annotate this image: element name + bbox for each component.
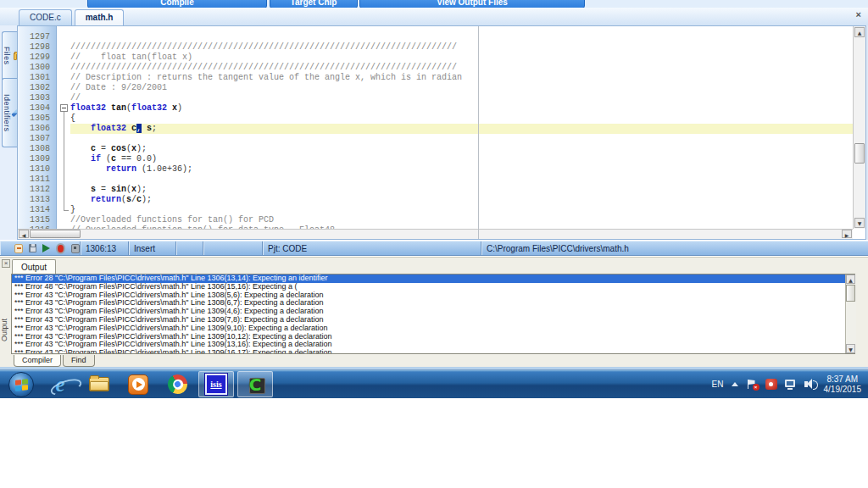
code-token: if [91,154,101,164]
taskbar-item-media-player[interactable] [120,371,156,397]
code-token: float32 [91,124,126,133]
code-token: (1.0e+36); [136,164,192,174]
sidebar-tab-identifiers[interactable]: Identifiers [2,78,17,147]
statusbar-cell [176,241,203,255]
scroll-down-icon[interactable]: ▼ [846,344,855,353]
tab-math.h[interactable]: math.h [75,9,125,25]
sidebar-tab-files[interactable]: Files [2,31,17,80]
line-number: 1314 [18,205,56,215]
code-token: return [91,195,121,204]
tab-find[interactable]: Find [63,355,95,367]
caret-position: 1306:13 [81,241,129,255]
close-icon[interactable]: × [856,9,861,19]
scroll-up-icon[interactable]: ▲ [854,27,865,37]
scroll-right-icon[interactable]: ▶ [842,230,852,238]
tab-compiler[interactable]: Compiler [14,355,61,367]
sidebar-tab-label: Identifiers [3,94,11,132]
code-token: tan [106,103,126,113]
save-icon[interactable] [29,244,36,252]
code-token [70,124,91,133]
code-line-1299[interactable]: // float tan(float x) [70,53,853,63]
ccs-label: C [249,376,262,393]
code-line-1312[interactable]: s = sin(x); [70,185,853,195]
code-line-1311[interactable] [70,175,853,185]
error-row[interactable]: *** Error 43 "C:\Program Files\PICC\driv… [12,349,854,354]
line-number: 1315 [18,215,56,225]
taskbar-item-ccs-compiler[interactable]: C [237,371,273,397]
code-token: { [70,114,75,123]
antivirus-icon[interactable] [765,379,777,390]
code-line-1303[interactable]: // [70,93,853,103]
fold-scope-end [64,210,69,211]
network-icon[interactable] [785,379,797,390]
code-line-1297[interactable] [70,32,853,42]
scroll-left-icon[interactable]: ◀ [19,230,29,238]
code-line-1313[interactable]: return(s/c); [70,195,853,205]
editor-region: FilesIdentifiers 12971298129913001301130… [0,25,868,240]
minimize-icon[interactable] [14,244,23,253]
code-line-1302[interactable]: // Date : 9/20/2001 [70,83,853,93]
editor-horizontal-scrollbar[interactable]: ◀ ▶ [18,229,853,239]
line-number: 1298 [18,42,56,53]
editor-vertical-scrollbar[interactable]: ▲ ▼ [853,26,865,229]
code-token: ////////////////////////////////////////… [70,42,457,52]
sidebar-tab-label: Files [3,47,11,65]
fold-collapse-icon[interactable] [60,104,68,112]
line-number: 1312 [18,185,56,195]
scrollbar-thumb[interactable] [30,230,81,238]
volume-icon[interactable] [804,379,816,390]
show-hidden-icons-icon[interactable] [732,382,738,386]
tab-code.c[interactable]: CODE.c [19,9,72,25]
clock[interactable]: 8:37 AM 4/19/2015 [824,374,865,395]
code-line-1301[interactable]: // Description : returns the tangent val… [70,73,853,83]
code-line-1314[interactable]: } [70,205,853,215]
language-indicator[interactable]: EN [712,380,724,389]
code-line-1307[interactable] [70,134,853,144]
code-line-1298[interactable]: ////////////////////////////////////////… [70,42,853,53]
code-line-1306[interactable]: float32 c, s; [70,124,853,134]
code-line-1310[interactable]: return (1.0e+36); [70,164,853,175]
play-icon[interactable] [42,244,50,252]
code-token: ////////////////////////////////////////… [70,63,457,72]
line-number: 1297 [18,32,56,42]
taskbar-item-chrome[interactable] [159,371,195,397]
code-token: float32 [131,103,167,113]
line-number: 1306 [18,124,56,134]
code-token: //Overloaded functions for tan() for PCD [70,215,274,225]
stop-icon[interactable] [71,244,80,253]
tab-output[interactable]: Output [12,259,56,274]
code-line-1309[interactable]: if (c == 0.0) [70,154,853,164]
code-line-1315[interactable]: //Overloaded functions for tan() for PCD [70,215,853,225]
action-center-flag-icon[interactable]: × [746,379,758,390]
code-line-1308[interactable]: c = cos(x); [70,144,853,154]
ccs-compiler-icon: C [244,374,266,395]
taskbar-item-internet-explorer[interactable]: e [42,371,78,397]
code-token: return [106,164,136,174]
close-icon[interactable]: × [2,259,10,268]
scrollbar-thumb[interactable] [854,143,865,164]
taskbar-item-file-explorer[interactable] [81,371,117,397]
code-token: float32 [70,103,106,113]
code-text-area[interactable]: ////////////////////////////////////////… [70,26,853,229]
scrollbar-thumb[interactable] [846,285,855,302]
code-line-1304[interactable]: float32 tan(float32 x) [70,103,853,114]
error-list[interactable]: *** Error 28 "C:\Program Files\PICC\driv… [11,274,855,354]
code-line-1300[interactable]: ////////////////////////////////////////… [70,63,853,73]
taskbar-item-isis[interactable]: isis [198,371,234,397]
code-editor[interactable]: 1297129812991300130113021303130413051306… [17,25,866,240]
code-token: ; [152,124,157,133]
code-token: = [96,144,111,153]
code-token: cos [111,144,126,153]
output-side-label: Output [0,319,8,341]
output-scrollbar[interactable]: ▲ ▼ [845,274,856,353]
scroll-down-icon[interactable]: ▼ [854,218,865,228]
insert-mode: Insert [129,241,176,255]
start-button[interactable] [3,371,39,397]
code-line-1305[interactable]: { [70,114,853,124]
record-icon[interactable] [56,243,66,254]
output-panel: × Output Output *** Error 28 "C:\Program… [0,257,868,367]
code-token: // float tan(float x) [70,53,192,62]
scroll-up-icon[interactable]: ▲ [846,274,855,284]
line-number: 1308 [18,144,56,154]
line-number-gutter: 1297129812991300130113021303130413051306… [18,26,57,239]
